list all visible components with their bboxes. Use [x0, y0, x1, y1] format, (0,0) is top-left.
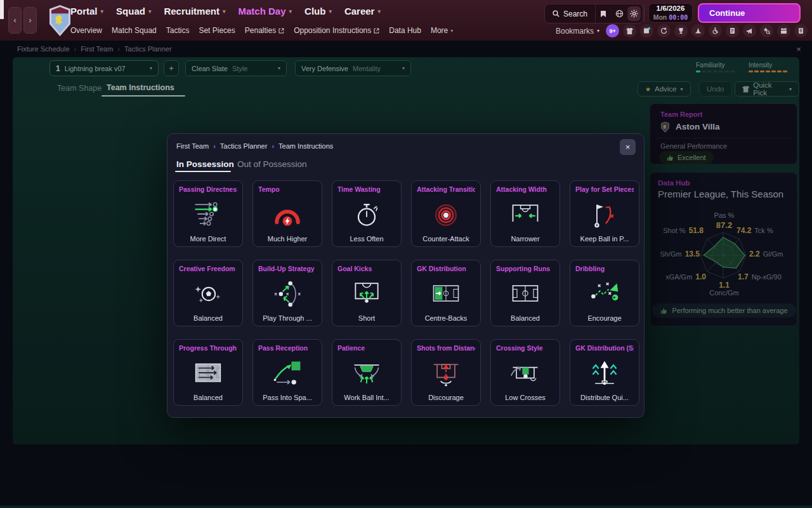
notebook-icon[interactable]: [794, 24, 808, 37]
modal-breadcrumb-first-team[interactable]: First Team: [176, 142, 209, 150]
chevron-down-icon: ▾: [223, 8, 226, 15]
crossing-style-icon: [496, 352, 554, 394]
creative-freedom-ball-icon: [179, 272, 237, 314]
instruction-card-shots-from-distance[interactable]: Shots from Distance Discourage: [411, 339, 481, 406]
trophy-icon[interactable]: [674, 24, 688, 37]
dribbling-icon: [575, 272, 634, 314]
breadcrumb-separator: ›: [272, 142, 274, 150]
date-widget[interactable]: 1/6/2026 Mon 00:00: [648, 3, 693, 23]
supporting-runs-icon: [496, 272, 554, 314]
nav-portal[interactable]: Portal▾: [70, 6, 103, 17]
patience-icon: [337, 352, 396, 394]
shirt-icon[interactable]: [623, 24, 636, 37]
instruction-card-gk-distribution[interactable]: GK Distribution Centre-Backs: [411, 260, 481, 326]
chevron-down-icon: ▾: [450, 28, 453, 34]
nav-recruitment[interactable]: Recruitment▾: [164, 6, 225, 17]
instruction-card-patience[interactable]: Patience Work Ball Int...: [332, 339, 402, 406]
bookmarks-dropdown[interactable]: Bookmarks▾: [556, 27, 599, 36]
history-forward-button[interactable]: ›: [23, 7, 37, 34]
bookmark-icon[interactable]: [596, 4, 612, 23]
attacking-width-icon: [496, 193, 554, 235]
wheelchair-icon[interactable]: [709, 24, 722, 37]
megaphone-icon[interactable]: [743, 24, 756, 37]
training-cone-icon[interactable]: [691, 24, 705, 37]
modal-tab-underline: [175, 171, 231, 172]
team-instructions-modal: First Team › Tactics Planner › Team Inst…: [167, 133, 645, 418]
instruction-card-crossing-style[interactable]: Crossing Style Low Crosses: [490, 339, 560, 406]
window-edge-notch: [0, 0, 4, 19]
modal-tab-in-possession[interactable]: In Possession: [176, 159, 234, 169]
instruction-card-build-up-strategy[interactable]: Build-Up Strategy Play Through ...: [252, 260, 322, 326]
calendar-icon[interactable]: [777, 24, 790, 37]
instruction-card-gk-distribution-speed[interactable]: GK Distribution (Speed Distribute Qui...: [570, 339, 639, 406]
id-card-icon[interactable]: [640, 24, 653, 37]
subnav-tactics[interactable]: Tactics: [166, 26, 190, 35]
instruction-card-progress-through[interactable]: Progress Through Balanced: [173, 339, 243, 406]
subnav-match-squad[interactable]: Match Squad: [112, 26, 157, 35]
subnav-overview[interactable]: Overview: [70, 26, 102, 35]
breadcrumb-separator: ›: [213, 142, 216, 150]
external-link-icon: [278, 28, 284, 34]
instruction-card-play-for-set-pieces[interactable]: Play for Set Pieces Keep Ball in P...: [570, 180, 639, 247]
main-nav: Portal▾ Squad▾ Recruitment▾ Match Day▾ C…: [70, 6, 381, 17]
instruction-card-goal-kicks[interactable]: Goal Kicks Short: [332, 260, 402, 326]
bookmarks-row: Bookmarks▾ 9+: [556, 24, 808, 37]
counter-attack-target-icon: [417, 193, 475, 235]
instruction-card-attacking-transition[interactable]: Attacking Transition Counter-Attack: [411, 180, 481, 247]
instruction-card-tempo[interactable]: Tempo Much Higher: [252, 180, 322, 247]
gear-icon[interactable]: [627, 6, 641, 21]
instruction-card-pass-reception[interactable]: Pass Reception Pass Into Spa...: [252, 339, 322, 406]
pass-reception-icon: [258, 352, 317, 394]
modal-breadcrumb-team-instructions[interactable]: Team Instructions: [278, 142, 333, 150]
modal-tab-out-of-possession[interactable]: Out of Possession: [237, 159, 307, 169]
instruction-card-attacking-width[interactable]: Attacking Width Narrower: [490, 180, 560, 247]
passing-directness-icon: [179, 193, 237, 235]
globe-icon[interactable]: [612, 4, 627, 23]
subnav-opposition-instructions[interactable]: Opposition Instructions: [294, 26, 379, 35]
modal-close-button[interactable]: ×: [620, 139, 636, 155]
document-icon[interactable]: [726, 24, 739, 37]
chevron-down-icon: ▾: [289, 8, 292, 15]
search-toolbar: Search: [544, 4, 643, 23]
game-date: 1/6/2026: [649, 4, 692, 13]
gk-distribution-speed-icon: [575, 352, 634, 394]
nav-match-day[interactable]: Match Day▾: [238, 6, 292, 17]
sync-icon[interactable]: [657, 24, 671, 37]
instruction-card-time-wasting[interactable]: Time Wasting Less Often: [332, 180, 402, 247]
modal-breadcrumb-tactics-planner[interactable]: Tactics Planner: [220, 142, 268, 150]
instruction-card-supporting-runs[interactable]: Supporting Runs Balanced: [490, 260, 560, 326]
chevron-down-icon: ▾: [148, 8, 152, 15]
history-back-button[interactable]: ‹: [8, 7, 22, 34]
gk-distribution-icon: [417, 272, 475, 314]
instruction-card-dribbling[interactable]: Dribbling Encourage: [570, 260, 639, 326]
continue-button[interactable]: Continue: [698, 3, 801, 23]
instruction-card-passing-directness[interactable]: Passing Directness More Direct: [173, 180, 243, 247]
shots-from-distance-icon: [417, 352, 475, 394]
goal-kicks-icon: [337, 272, 396, 314]
game-day-time: Mon 00:00: [649, 13, 692, 22]
search-button[interactable]: Search: [545, 4, 596, 23]
toolbar-divider: [644, 5, 645, 22]
instruction-card-creative-freedom[interactable]: Creative Freedom Balanced: [173, 260, 243, 326]
build-up-strategy-icon: [258, 272, 317, 314]
external-link-icon: [374, 28, 379, 34]
subnav-set-pieces[interactable]: Set Pieces: [199, 26, 235, 35]
corner-flag-icon: [575, 193, 634, 235]
chevron-down-icon: ▾: [377, 8, 381, 15]
subnav-penalties[interactable]: Penalties: [245, 26, 284, 35]
nav-squad[interactable]: Squad▾: [116, 6, 151, 17]
modal-breadcrumb: First Team › Tactics Planner › Team Inst…: [176, 142, 333, 150]
tempo-gauge-icon: [258, 193, 317, 235]
instruction-grid: Passing Directness More Direct Tempo: [173, 180, 639, 406]
club-crest[interactable]: [48, 4, 72, 39]
scout-search-icon[interactable]: [760, 24, 773, 37]
sub-nav: Overview Match Squad Tactics Set Pieces …: [70, 26, 453, 35]
nav-club[interactable]: Club▾: [304, 6, 332, 17]
search-icon: [553, 10, 560, 17]
subnav-data-hub[interactable]: Data Hub: [389, 26, 421, 35]
top-bar: ‹ › Portal▾ Squad▾ Recruitment▾ Match Da…: [0, 0, 812, 41]
comment-badge-icon[interactable]: 9+: [606, 24, 619, 37]
nav-career[interactable]: Career▾: [344, 6, 381, 17]
chevron-down-icon: ▾: [101, 8, 104, 15]
subnav-more[interactable]: More▾: [431, 26, 453, 35]
